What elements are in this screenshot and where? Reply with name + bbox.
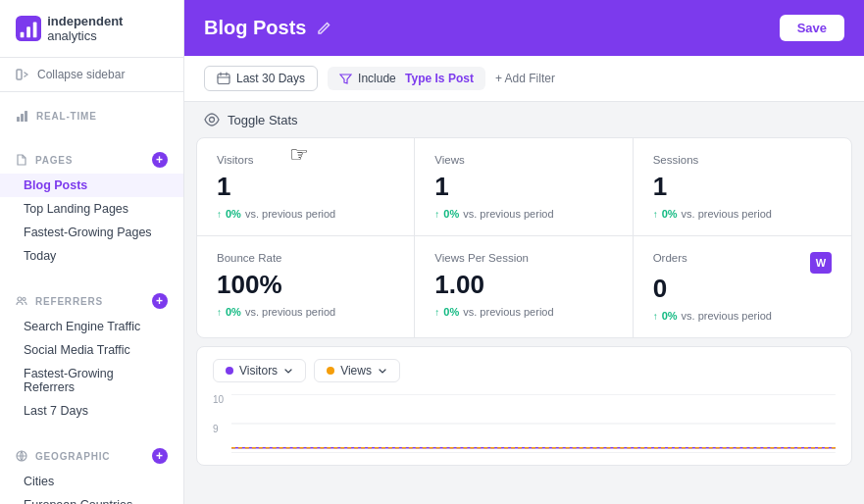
- calendar-icon: [217, 72, 230, 85]
- nav-item-fastest-growing-referrers[interactable]: Fastest-Growing Referrers: [0, 362, 183, 399]
- chart-controls: Visitors Views: [213, 359, 836, 382]
- nav-item-top-landing-pages[interactable]: Top Landing Pages: [0, 197, 183, 221]
- stat-compare-text-sessions: vs. previous period: [682, 208, 772, 220]
- stat-card-bounce-rate: Bounce Rate 100% ↑ 0% vs. previous perio…: [197, 236, 415, 337]
- stat-pct-sessions: 0%: [662, 208, 678, 220]
- nav-item-search-engine-traffic[interactable]: Search Engine Traffic: [0, 315, 183, 338]
- svg-rect-6: [21, 114, 24, 122]
- arrow-up-orders: ↑: [653, 311, 658, 322]
- stat-compare-views-per-session: ↑ 0% vs. previous period: [434, 306, 612, 318]
- save-button[interactable]: Save: [780, 15, 844, 41]
- nav-item-european-countries[interactable]: European Countries: [0, 493, 183, 504]
- arrow-up-visitors: ↑: [217, 209, 222, 220]
- stat-compare-text-bounce-rate: vs. previous period: [245, 306, 335, 318]
- svg-point-9: [23, 298, 25, 301]
- stat-value-views-per-session: 1.00: [434, 270, 612, 300]
- filter-type-text: Type Is Post: [402, 72, 474, 85]
- stat-value-orders: 0: [653, 274, 832, 304]
- geographic-add-button[interactable]: +: [152, 448, 168, 464]
- stat-label-views: Views: [434, 154, 612, 166]
- stat-compare-text-visitors: vs. previous period: [245, 208, 335, 220]
- toggle-stats-button[interactable]: Toggle Stats: [196, 102, 852, 137]
- collapse-icon: [16, 68, 29, 81]
- nav-item-fastest-growing-pages[interactable]: Fastest-Growing Pages: [0, 221, 183, 244]
- svg-rect-7: [25, 111, 27, 122]
- collapse-sidebar-label: Collapse sidebar: [37, 68, 125, 81]
- filter-pill: Include Type Is Post: [328, 67, 485, 90]
- svg-rect-1: [21, 32, 25, 38]
- date-range-button[interactable]: Last 30 Days: [204, 66, 318, 91]
- pages-add-button[interactable]: +: [152, 152, 168, 168]
- stat-label-views-per-session: Views Per Session: [434, 252, 612, 264]
- toggle-stats-label: Toggle Stats: [228, 113, 298, 127]
- bar-chart-icon: [16, 110, 28, 123]
- stat-label-bounce-rate: Bounce Rate: [217, 252, 394, 264]
- nav-section-pages-label: PAGES: [35, 155, 73, 166]
- arrow-up-views: ↑: [434, 209, 439, 220]
- nav-item-social-media-traffic[interactable]: Social Media Traffic: [0, 338, 183, 362]
- stat-value-sessions: 1: [653, 172, 832, 202]
- stat-compare-text-views: vs. previous period: [463, 208, 553, 220]
- stats-grid: Visitors 1 ↑ 0% vs. previous period View…: [196, 137, 852, 338]
- nav-item-cities[interactable]: Cities: [0, 470, 183, 493]
- stat-compare-text-views-per-session: vs. previous period: [463, 306, 553, 318]
- stat-compare-views: ↑ 0% vs. previous period: [434, 208, 612, 220]
- referrers-add-button[interactable]: +: [152, 293, 168, 309]
- main-content: Blog Posts Save Last 30 Days Include Typ…: [184, 0, 864, 504]
- stats-row-1: Visitors 1 ↑ 0% vs. previous period View…: [197, 138, 851, 235]
- svg-rect-2: [26, 26, 30, 37]
- stat-compare-bounce-rate: ↑ 0% vs. previous period: [217, 306, 394, 318]
- logo-icon: [16, 15, 41, 42]
- chevron-down-icon: [283, 366, 293, 376]
- stat-label-visitors: Visitors: [217, 154, 394, 166]
- nav-item-today[interactable]: Today: [0, 244, 183, 268]
- nav-item-blog-posts[interactable]: Blog Posts: [0, 174, 183, 197]
- filter-bar: Last 30 Days Include Type Is Post + Add …: [184, 56, 864, 102]
- file-icon: [16, 154, 27, 166]
- stats-row-2: Bounce Rate 100% ↑ 0% vs. previous perio…: [197, 235, 851, 337]
- svg-rect-11: [218, 75, 229, 84]
- stat-card-sessions: Sessions 1 ↑ 0% vs. previous period: [634, 138, 851, 235]
- svg-point-12: [210, 118, 215, 123]
- collapse-sidebar-button[interactable]: Collapse sidebar: [0, 58, 183, 92]
- date-range-label: Last 30 Days: [236, 72, 305, 85]
- arrow-up-views-per-session: ↑: [434, 307, 439, 318]
- stat-compare-sessions: ↑ 0% vs. previous period: [653, 208, 832, 220]
- nav-section-geographic-label: GEOGRAPHIC: [35, 451, 110, 462]
- sidebar: independent analytics Collapse sidebar R…: [0, 0, 184, 504]
- nav-section-referrers-header: REFERRERS +: [0, 287, 183, 315]
- nav-section-realtime-header: REAL-TIME: [0, 102, 183, 126]
- chart-area: Visitors Views 10 9: [196, 346, 852, 466]
- chart-svg: [231, 394, 836, 453]
- page-title: Blog Posts: [204, 17, 306, 39]
- people-icon: [16, 295, 27, 307]
- add-filter-button[interactable]: + Add Filter: [495, 72, 555, 85]
- nav-section-geographic-header: GEOGRAPHIC +: [0, 442, 183, 470]
- arrow-up-bounce-rate: ↑: [217, 307, 222, 318]
- chart-views-label: Views: [340, 364, 372, 378]
- logo-text: independent analytics: [47, 14, 168, 43]
- nav-section-geographic: GEOGRAPHIC + Cities European Countries: [0, 432, 183, 504]
- stat-label-orders: Orders: [653, 252, 687, 264]
- stat-card-views-per-session: Views Per Session 1.00 ↑ 0% vs. previous…: [415, 236, 633, 337]
- woocommerce-badge: W: [810, 252, 832, 274]
- stat-pct-views: 0%: [443, 208, 459, 220]
- stat-compare-text-orders: vs. previous period: [682, 310, 772, 322]
- visitors-dot: [226, 367, 233, 375]
- stat-card-views: Views 1 ↑ 0% vs. previous period: [415, 138, 633, 235]
- nav-item-last-7-days[interactable]: Last 7 Days: [0, 399, 183, 423]
- logo-area: independent analytics: [0, 0, 183, 58]
- stat-compare-orders: ↑ 0% vs. previous period: [653, 310, 832, 322]
- chart-visitors-button[interactable]: Visitors: [213, 359, 306, 382]
- stat-pct-orders: 0%: [662, 310, 678, 322]
- nav-section-pages: PAGES + Blog Posts Top Landing Pages Fas…: [0, 136, 183, 277]
- eye-icon: [204, 112, 220, 127]
- edit-icon[interactable]: [316, 21, 331, 36]
- svg-rect-4: [17, 70, 22, 79]
- stat-pct-visitors: 0%: [226, 208, 241, 220]
- chart-views-button[interactable]: Views: [314, 359, 400, 382]
- arrow-up-sessions: ↑: [653, 209, 658, 220]
- globe-icon: [16, 450, 27, 462]
- svg-rect-5: [17, 117, 20, 122]
- stat-value-views: 1: [434, 172, 612, 202]
